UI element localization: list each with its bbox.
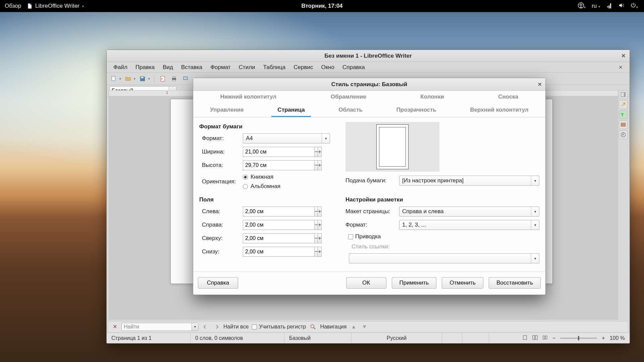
- margin-right-input[interactable]: [243, 220, 314, 230]
- reference-style-label: Стиль ссылки:: [352, 243, 390, 250]
- paper-format-heading: Формат бумаги: [199, 123, 337, 130]
- cancel-button[interactable]: Отменить: [442, 277, 483, 289]
- page-style-dialog: Стиль страницы: Базовый ✕ Нижний колонти…: [193, 78, 546, 295]
- dialog-button-row: Справка ОК Применить Отменить Восстанови…: [193, 272, 545, 295]
- margin-top-spin[interactable]: − +: [243, 233, 293, 243]
- orientation-portrait-radio[interactable]: Книжная: [243, 174, 280, 180]
- width-increment[interactable]: +: [318, 147, 321, 157]
- page-layout-label: Макет страницы:: [345, 208, 399, 215]
- reference-style-select: ▾: [349, 253, 539, 263]
- height-increment[interactable]: +: [318, 160, 321, 170]
- window-titlebar[interactable]: Без имени 1 - LibreOffice Writer ✕: [107, 50, 630, 62]
- width-input[interactable]: [243, 147, 314, 157]
- network-icon[interactable]: [606, 2, 612, 10]
- margin-left-label: Слева:: [199, 208, 243, 215]
- chevron-down-icon: ▾: [82, 4, 84, 8]
- svg-point-1: [581, 3, 582, 4]
- register-true-checkbox[interactable]: Приводка: [345, 233, 381, 240]
- margin-right-label: Справа:: [199, 222, 243, 228]
- window-title: Без имени 1 - LibreOffice Writer: [324, 53, 412, 59]
- tab-area[interactable]: Область: [332, 104, 369, 117]
- height-spin[interactable]: − +: [243, 160, 293, 170]
- margin-bottom-input[interactable]: [243, 247, 314, 257]
- dialog-title: Стиль страницы: Базовый: [331, 81, 407, 88]
- paper-format-select[interactable]: A4▾: [243, 133, 330, 143]
- tab-transparency[interactable]: Прозрачность: [390, 104, 442, 117]
- margin-bottom-label: Снизу:: [199, 248, 243, 255]
- ok-button[interactable]: ОК: [346, 277, 386, 289]
- apply-button[interactable]: Применить: [392, 277, 437, 289]
- help-button[interactable]: Справка: [198, 277, 238, 289]
- window-close-button[interactable]: ✕: [620, 53, 626, 59]
- active-app-menu[interactable]: LibreOffice Writer ▾: [26, 3, 84, 9]
- margin-left-input[interactable]: [243, 206, 314, 217]
- number-format-select[interactable]: 1, 2, 3, ...▾: [399, 220, 539, 230]
- width-label: Ширина:: [199, 148, 243, 155]
- width-spin[interactable]: − +: [243, 147, 293, 157]
- paper-tray-select[interactable]: [Из настроек принтера]▾: [399, 176, 539, 186]
- margin-left-spin[interactable]: − +: [243, 206, 293, 217]
- margin-bottom-decrement[interactable]: −: [314, 247, 318, 257]
- document-icon: [26, 3, 33, 9]
- orientation-label: Ориентация:: [199, 178, 243, 185]
- margin-top-decrement[interactable]: −: [314, 233, 318, 243]
- margin-right-decrement[interactable]: −: [314, 220, 318, 230]
- paper-tray-label: Подача бумаги:: [345, 177, 399, 184]
- power-menu[interactable]: ▾: [630, 2, 638, 10]
- page-layout-select[interactable]: Справа и слева▾: [399, 206, 539, 217]
- dialog-titlebar[interactable]: Стиль страницы: Базовый ✕: [193, 78, 545, 91]
- tab-footer[interactable]: Нижний колонтитул: [214, 91, 283, 104]
- margin-top-label: Сверху:: [199, 235, 243, 242]
- tab-header[interactable]: Верхний колонтитул: [464, 104, 534, 117]
- keyboard-layout-indicator[interactable]: ru ▾: [592, 3, 600, 9]
- margin-top-input[interactable]: [243, 233, 314, 243]
- dialog-close-button[interactable]: ✕: [538, 81, 542, 87]
- margin-left-increment[interactable]: +: [318, 206, 321, 217]
- margin-right-increment[interactable]: +: [318, 220, 321, 230]
- dialog-tabs: Нижний колонтитул Обрамление Колонки Сно…: [193, 91, 545, 117]
- accessibility-menu[interactable]: ▾: [578, 2, 586, 10]
- tab-organizer[interactable]: Управление: [204, 104, 250, 117]
- tab-columns[interactable]: Колонки: [414, 91, 450, 104]
- page-preview: [345, 122, 439, 172]
- tab-page[interactable]: Страница: [271, 104, 311, 117]
- tab-footnote[interactable]: Сноска: [492, 91, 524, 104]
- clock[interactable]: Вторник, 17:04: [301, 3, 342, 9]
- volume-icon[interactable]: [618, 2, 624, 10]
- height-input[interactable]: [243, 160, 314, 170]
- margin-right-spin[interactable]: − +: [243, 220, 293, 230]
- orientation-landscape-radio[interactable]: Альбомная: [243, 183, 280, 190]
- gnome-topbar: Обзор LibreOffice Writer ▾ Вторник, 17:0…: [0, 0, 644, 12]
- margins-heading: Поля: [199, 196, 337, 203]
- margin-left-decrement[interactable]: −: [314, 206, 318, 217]
- format-label: Формат:: [199, 135, 243, 142]
- reset-button[interactable]: Восстановить: [489, 277, 541, 289]
- width-decrement[interactable]: −: [314, 147, 318, 157]
- margin-top-increment[interactable]: +: [318, 233, 321, 243]
- height-decrement[interactable]: −: [314, 160, 318, 170]
- activities-button[interactable]: Обзор: [5, 3, 21, 9]
- height-label: Высота:: [199, 162, 243, 169]
- number-format-label: Формат:: [345, 222, 399, 228]
- tab-borders[interactable]: Обрамление: [325, 91, 372, 104]
- margin-bottom-spin[interactable]: − +: [243, 247, 293, 257]
- layout-settings-heading: Настройки разметки: [345, 196, 539, 203]
- margin-bottom-increment[interactable]: +: [318, 247, 321, 257]
